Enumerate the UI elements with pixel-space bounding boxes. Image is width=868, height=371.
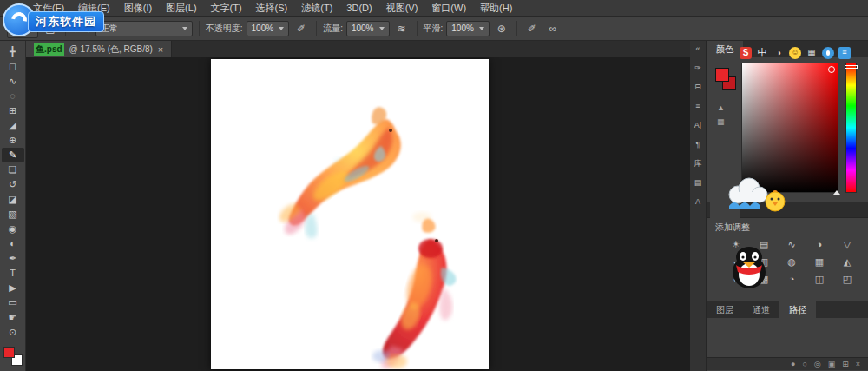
adj-selective-color-icon[interactable]: ◰ bbox=[838, 272, 856, 286]
adj-curves-icon[interactable]: ∿ bbox=[783, 237, 800, 251]
koi-fish-artwork bbox=[211, 59, 489, 369]
gamut-warning-icon[interactable]: ▲ bbox=[717, 104, 725, 112]
path-selection-tool[interactable]: ▶ bbox=[2, 281, 24, 295]
type-tool[interactable]: T bbox=[2, 266, 24, 281]
styles-panel-icon[interactable]: A bbox=[695, 198, 700, 206]
history-brush-tool[interactable]: ↺ bbox=[2, 177, 24, 192]
input-mode-icon[interactable]: 中 bbox=[756, 47, 768, 59]
chick-sticker[interactable] bbox=[764, 188, 786, 215]
menu-filter[interactable]: 滤镜(T) bbox=[294, 0, 339, 17]
menu-view[interactable]: 视图(V) bbox=[379, 0, 425, 17]
load-selection-icon[interactable]: ◎ bbox=[814, 361, 821, 368]
chevron-down-icon bbox=[25, 27, 30, 30]
gradient-tool[interactable]: ▧ bbox=[2, 207, 24, 222]
stroke-path-icon[interactable]: ○ bbox=[802, 361, 806, 368]
delete-path-icon[interactable]: × bbox=[856, 361, 860, 368]
brush-settings-icon[interactable]: ✑ bbox=[694, 64, 701, 72]
symmetry-icon[interactable]: ∞ bbox=[544, 20, 562, 37]
new-path-icon[interactable]: ⊞ bbox=[842, 361, 849, 368]
tab-paths[interactable]: 路径 bbox=[779, 301, 816, 318]
pen-tool[interactable]: ✒ bbox=[2, 251, 24, 266]
adj-gradient-map-icon[interactable]: ◫ bbox=[811, 272, 828, 286]
emoji-picker-icon[interactable]: ☺ bbox=[789, 47, 801, 59]
hand-tool[interactable]: ☛ bbox=[2, 310, 24, 325]
smoothing-gear-icon[interactable]: ⊛ bbox=[493, 20, 510, 37]
paragraph-panel-icon[interactable]: ¶ bbox=[696, 141, 700, 149]
flow-select[interactable]: 100% bbox=[346, 21, 390, 36]
healing-brush-tool[interactable]: ⊕ bbox=[2, 133, 24, 148]
crop-tool[interactable]: ⊞ bbox=[2, 103, 24, 118]
pen-pressure-size-icon[interactable]: ✐ bbox=[523, 20, 541, 37]
toggle-brush-panel-icon[interactable]: ▤ bbox=[42, 20, 59, 37]
flow-value: 100% bbox=[352, 23, 374, 33]
clone-stamp-tool[interactable]: ❏ bbox=[2, 162, 24, 177]
collapsed-dock-strip: « ✑ ⊟ ≡ A| ¶ 库 ▤ A bbox=[690, 41, 707, 371]
shape-tool[interactable]: ▭ bbox=[2, 295, 24, 310]
airbrush-icon[interactable]: ≋ bbox=[393, 20, 411, 37]
tab-layers[interactable]: 图层 bbox=[707, 301, 743, 318]
toolbox-icon[interactable]: ≡ bbox=[838, 47, 851, 59]
qq-penguin-sticker[interactable] bbox=[730, 246, 768, 293]
tab-channels[interactable]: 通道 bbox=[743, 301, 779, 318]
eraser-tool[interactable]: ◪ bbox=[2, 192, 24, 207]
pen-pressure-opacity-icon[interactable]: ✐ bbox=[293, 20, 310, 37]
close-icon[interactable]: × bbox=[158, 44, 163, 55]
quick-selection-tool[interactable]: ◌ bbox=[2, 89, 24, 103]
panel-foreground-swatch[interactable] bbox=[715, 68, 729, 82]
menu-file[interactable]: 文件(F) bbox=[26, 0, 71, 17]
marquee-tool[interactable]: ◻ bbox=[2, 59, 24, 74]
dodge-tool[interactable]: ◐ bbox=[2, 236, 24, 251]
hue-slider-handle[interactable] bbox=[845, 65, 858, 69]
menu-type[interactable]: 文字(T) bbox=[204, 0, 249, 17]
menu-edit[interactable]: 编辑(E) bbox=[71, 0, 117, 17]
sogou-logo-icon[interactable]: S bbox=[740, 47, 752, 59]
libraries-panel-icon[interactable]: 库 bbox=[694, 160, 702, 168]
koi-top bbox=[279, 107, 401, 238]
collapse-dock-icon[interactable]: « bbox=[695, 45, 700, 53]
mask-icon[interactable]: ▣ bbox=[828, 361, 836, 368]
adj-photo-filter-icon[interactable]: ▦ bbox=[811, 255, 828, 268]
brush-tool[interactable]: ✎ bbox=[2, 148, 24, 162]
paths-panel-body[interactable] bbox=[707, 318, 868, 357]
opacity-select[interactable]: 100% bbox=[247, 21, 290, 36]
menu-window[interactable]: 窗口(W) bbox=[424, 0, 473, 17]
smoothing-select[interactable]: 100% bbox=[446, 21, 490, 36]
zoom-tool[interactable]: ⊙ bbox=[2, 325, 24, 340]
fill-path-icon[interactable]: ● bbox=[791, 361, 795, 368]
canvas-area[interactable] bbox=[26, 57, 690, 371]
blend-mode-select[interactable]: 正常 bbox=[95, 21, 193, 36]
voice-input-icon[interactable] bbox=[822, 47, 834, 59]
saturation-brightness-field[interactable] bbox=[741, 63, 838, 193]
menu-image[interactable]: 图像(I) bbox=[117, 0, 159, 17]
smoothing-value: 100% bbox=[451, 23, 474, 33]
blur-tool[interactable]: ◉ bbox=[2, 222, 24, 236]
document-tab[interactable]: 鱼.psd @ 17.5% (色, RGB/8) × bbox=[26, 41, 172, 57]
move-tool[interactable]: ╋ bbox=[2, 44, 24, 59]
menu-select[interactable]: 选择(S) bbox=[249, 0, 295, 17]
character-panel-icon[interactable]: A| bbox=[694, 122, 701, 129]
menu-help[interactable]: 帮助(H) bbox=[473, 0, 519, 17]
clone-source-icon[interactable]: ⊟ bbox=[694, 83, 701, 91]
tab-color[interactable]: 颜色 bbox=[707, 41, 743, 57]
hue-slider[interactable] bbox=[845, 63, 857, 193]
adj-channel-mixer-icon[interactable]: ◭ bbox=[838, 255, 856, 268]
half-full-width-icon[interactable]: ◑ bbox=[773, 47, 785, 59]
adj-vibrance-icon[interactable]: ▽ bbox=[838, 237, 856, 251]
adj-black-white-icon[interactable]: ◍ bbox=[783, 255, 800, 268]
web-color-cube-icon[interactable]: ▦ bbox=[717, 118, 725, 126]
photoshop-window: 文件(F) 编辑(E) 图像(I) 图层(L) 文字(T) 选择(S) 滤镜(T… bbox=[0, 0, 868, 371]
document-tab-info: @ 17.5% (色, RGB/8) bbox=[69, 43, 153, 56]
menu-layer[interactable]: 图层(L) bbox=[159, 0, 203, 17]
adjustments-panel-icon[interactable]: ▤ bbox=[694, 179, 702, 187]
brush-tip-icon bbox=[15, 25, 22, 32]
eyedropper-tool[interactable]: ◢ bbox=[2, 118, 24, 133]
document-canvas[interactable] bbox=[211, 59, 489, 369]
properties-icon[interactable]: ≡ bbox=[695, 103, 700, 110]
soft-keyboard-icon[interactable]: ▦ bbox=[806, 47, 818, 59]
foreground-color-swatch[interactable] bbox=[3, 347, 15, 358]
lasso-tool[interactable]: ∿ bbox=[2, 74, 24, 89]
adj-threshold-icon[interactable]: ◔ bbox=[783, 272, 800, 286]
brush-preset-picker[interactable] bbox=[7, 19, 38, 38]
menu-3d[interactable]: 3D(D) bbox=[339, 0, 378, 17]
adj-exposure-icon[interactable]: ◑ bbox=[811, 237, 828, 251]
